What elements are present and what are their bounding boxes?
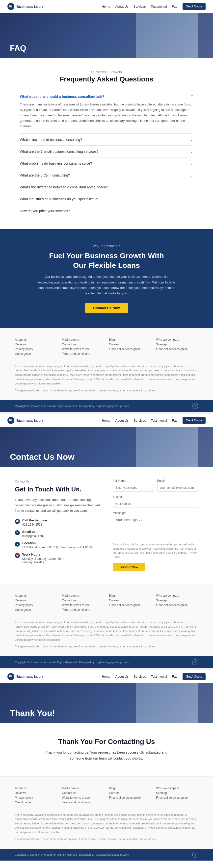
nav-faq[interactable]: Faq [172,5,177,8]
location-icon: ● [15,542,20,547]
nav-home[interactable]: Home [101,5,110,8]
footer-link-terms-c[interactable]: Website terms of use [62,603,104,607]
nav-about-ty[interactable]: About Us [115,675,128,678]
footer-link-terms-ty[interactable]: Website terms of use [62,796,104,799]
email-field[interactable] [157,484,199,492]
footer-link-sitemap-c[interactable]: Sitemap [156,599,198,602]
footer-link-blog-c[interactable]: Blog [109,594,151,597]
contact-us-now-button[interactable]: Contact Us Now [85,303,127,313]
cta-title: Fuel Your Business Growth WithOur Flexib… [20,251,193,270]
nav-home-ty[interactable]: Home [102,675,111,678]
footer-col-2: Media centre Contact us Website terms of… [62,338,104,357]
faq-item-8: How do you price your services? ⌄ [20,205,193,217]
footer-link-compare-c[interactable]: Who we compare [156,594,198,597]
nav-services[interactable]: Services [133,5,146,8]
footer-link-about[interactable]: About us [15,338,57,341]
nav-home-c[interactable]: Home [102,418,111,422]
faq-question-1[interactable]: What questions should a business consult… [20,94,193,99]
nav-services-ty[interactable]: Services [133,675,146,678]
message-textarea[interactable] [113,516,198,538]
faq-item-2: What is included in business consulting?… [20,134,193,146]
footer-link-privacy-c[interactable]: Privacy policy [15,603,57,607]
navbar-thankyou: BL Business Loan Home About Us Services … [0,670,213,683]
nav-about-c[interactable]: About Us [115,418,128,422]
footer-link-about-c[interactable]: About us [15,594,57,597]
footer-link-compare-ty[interactable]: Who we compare [156,786,198,790]
fullname-input[interactable] [113,484,154,492]
footer-col-ty1: About us Reviews Privacy policy Credit g… [15,786,57,805]
get-quote-button-ty[interactable]: Get A Quote [183,673,206,680]
footer-link-careers-c[interactable]: Careers [109,599,151,602]
copyright-contact: Copyright © domainname.com. All Rights R… [15,661,129,664]
faq-question-5[interactable]: What are the 5 Cs in consulting? ⌄ [20,173,193,178]
footer-bottom-faq: Copyright © domainname.com. All Rights R… [0,400,213,412]
footer-link-fsg2-ty[interactable]: Financial services guide [156,796,198,799]
footer-link-about-ty[interactable]: About us [15,786,57,790]
nav-testimonial-c[interactable]: Testimonial [151,418,167,422]
footer-link-reviews[interactable]: Reviews [15,343,57,346]
footer-link-contact-ty[interactable]: Contact us [62,791,104,795]
navbar: BL Business Loan Home About Us Services … [0,0,213,13]
scroll-top-icon-c[interactable]: ⇧ [192,659,198,665]
footer-link-credit[interactable]: Credit guide [15,352,57,355]
footer-link-reviews-c[interactable]: Reviews [15,599,57,602]
footer-link-compare[interactable]: Who we compare [156,338,198,341]
footer-link-credit-ty[interactable]: Credit guide [15,801,57,804]
footer-link-media[interactable]: Media centre [62,338,104,341]
nav-testimonial[interactable]: Testimonial [151,5,167,8]
faq-question-4[interactable]: What problems do business consultants so… [20,161,193,166]
faq-question-6[interactable]: What's the difference between a consulta… [20,185,193,189]
faq-page: BL Business Loan Home About Us Services … [0,0,213,412]
footer-col-ty3: Blog Careers Financial services guide [109,786,151,805]
scroll-top-icon-ty[interactable]: ⇧ [192,852,198,858]
footer-link-contact[interactable]: Contact us [62,343,104,346]
footer-col-c4: Who we compare Sitemap Financial service… [156,594,198,613]
get-quote-button[interactable]: Get A Quote [183,3,206,10]
chevron-down-icon: ⌄ [190,161,193,166]
faq-question-7[interactable]: What industries or businesses do you spe… [20,196,193,201]
nav-about[interactable]: About Us [115,5,128,8]
thankyou-page: BL Business Loan Home About Us Services … [0,670,213,861]
footer-link-sitemap[interactable]: Sitemap [156,343,198,346]
cta-description: Our business loans are designed to help … [37,274,176,296]
footer-link-tandc-ty[interactable]: Terms and conditions [62,801,104,804]
footer-link-careers[interactable]: Careers [109,343,151,346]
contact-hero-title: Contact Us Now [10,452,74,462]
footer-link-fsg2-c[interactable]: Financial services guide [156,603,198,607]
footer-link-media-c[interactable]: Media centre [62,594,104,597]
footer-link-terms[interactable]: Website terms of use [62,347,104,351]
footer-link-fsg2[interactable]: Financial services guide [156,347,198,351]
footer-link-tandc[interactable]: Terms and conditions [62,352,104,355]
footer-link-careers-ty[interactable]: Careers [109,791,151,795]
contact-hero-image [136,427,198,467]
footer-link-fsg-ty[interactable]: Financial services guide [109,796,151,799]
submit-button[interactable]: Submit Now [113,563,145,571]
nav-services-c[interactable]: Services [133,418,146,422]
clock-icon: ⏰ [15,553,20,558]
nav-testimonial-ty[interactable]: Testimonial [151,675,167,678]
footer-link-privacy-ty[interactable]: Privacy policy [15,796,57,799]
footer-link-tandc-c[interactable]: Terms and conditions [62,608,104,612]
get-quote-button-c[interactable]: Get A Quote [183,417,206,424]
nav-faq-c[interactable]: Faq [172,418,177,422]
subject-input[interactable] [113,500,198,508]
faq-question-3[interactable]: What are the 7 small business consulting… [20,149,193,154]
footer-link-fsg[interactable]: Financial services guide [109,347,151,351]
footer-link-fsg-c[interactable]: Financial services guide [109,603,151,607]
chevron-down-icon: ⌄ [190,149,193,154]
footer-link-blog-ty[interactable]: Blog [109,786,151,790]
contact-hero: Contact Us Now [0,427,213,467]
phone-number: 021 1234 1561 [22,523,42,526]
nav-faq-ty[interactable]: Faq [172,675,177,678]
footer-link-reviews-ty[interactable]: Reviews [15,791,57,795]
footer-link-credit-c[interactable]: Credit guide [15,608,57,612]
faq-question-8[interactable]: How do you price your services? ⌄ [20,209,193,213]
footer-link-contact-c[interactable]: Contact us [62,599,104,602]
footer-link-media-ty[interactable]: Media centre [62,786,104,790]
footer-link-blog[interactable]: Blog [109,338,151,341]
contact-label: Contact Us [15,479,100,484]
faq-question-2[interactable]: What is included in business consulting?… [20,137,193,142]
footer-link-privacy[interactable]: Privacy policy [15,347,57,351]
footer-link-sitemap-ty[interactable]: Sitemap [156,791,198,795]
scroll-top-icon[interactable]: ⇧ [192,403,198,409]
